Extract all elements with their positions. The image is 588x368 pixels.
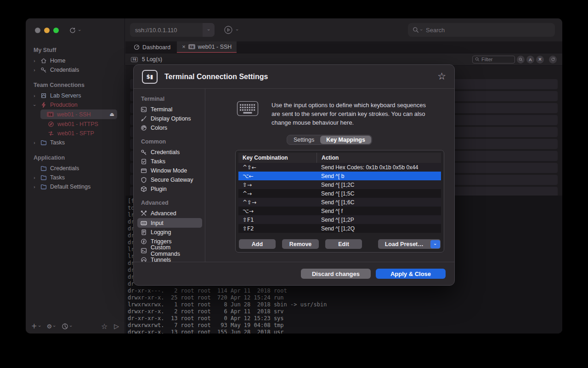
nav-item-display-options[interactable]: Display Options bbox=[141, 114, 201, 123]
connect-play-button[interactable] bbox=[224, 25, 233, 34]
key-combination: ⌥→ bbox=[238, 208, 317, 214]
search-icon bbox=[413, 27, 419, 33]
app-window: › My Stuff › Home › Credentials Team Con… bbox=[26, 18, 562, 334]
section-team-connections: Team Connections bbox=[34, 82, 124, 88]
settings-menu-button[interactable]: ⚙› bbox=[47, 323, 56, 330]
nav-item-secure-gateway[interactable]: Secure Gateway bbox=[141, 175, 201, 184]
action: Send Hex Codes: 0x1b 0x1b 0x5b 0x44 bbox=[317, 164, 441, 171]
sidebar-item-app-tasks[interactable]: › Tasks bbox=[26, 173, 124, 182]
table-row-selected[interactable]: ⌥←Send ^[ b bbox=[238, 172, 441, 180]
log-document-icon bbox=[141, 229, 147, 236]
sidebar-item-credentials[interactable]: › Credentials bbox=[26, 65, 124, 75]
eject-icon[interactable]: ⏏ bbox=[110, 111, 117, 117]
font-button[interactable]: A bbox=[526, 56, 534, 63]
tab-web01-ssh[interactable]: × $▮ web01 - SSH bbox=[177, 41, 237, 53]
nav-item-plugin[interactable]: Plugin bbox=[141, 184, 201, 194]
tab-dashboard[interactable]: Dashboard bbox=[127, 41, 177, 53]
terminal-line: lrwxrwxrwx. 1 root root 8 Jun 28 2018 sb… bbox=[128, 301, 562, 308]
nav-item-label: Advanced bbox=[151, 210, 176, 217]
chevron-down-icon: › bbox=[52, 325, 57, 327]
sidebar-item-default-settings[interactable]: › Default Settings bbox=[26, 182, 124, 191]
discard-changes-button[interactable]: Discard changes bbox=[301, 269, 371, 279]
sidebar-item-lab-servers[interactable]: › Lab Servers bbox=[26, 91, 124, 100]
address-value: ssh://10.0.1.110 bbox=[130, 23, 203, 37]
sidebar-item-tasks[interactable]: › Tasks bbox=[26, 138, 124, 147]
chevron-right-icon: › bbox=[34, 59, 35, 63]
keyboard-icon bbox=[237, 101, 259, 116]
remove-button[interactable]: Remove bbox=[282, 239, 319, 249]
dialog-header: $▮ Terminal Connection Settings ☆ bbox=[134, 65, 454, 89]
tab-label: Dashboard bbox=[142, 44, 170, 51]
nav-item-label: Window Mode bbox=[151, 167, 187, 174]
table-row[interactable]: ^⇧←Send Hex Codes: 0x1b 0x1b 0x5b 0x44 bbox=[238, 163, 441, 172]
nav-item-credentials[interactable]: Credentials bbox=[141, 148, 201, 157]
terminal-connection-settings-dialog: $▮ Terminal Connection Settings ☆ Termin… bbox=[133, 64, 455, 286]
key-combination: ^→ bbox=[238, 190, 317, 197]
address-field[interactable]: ssh://10.0.1.110 › bbox=[130, 23, 215, 37]
nav-item-window-mode[interactable]: Window Mode bbox=[141, 166, 201, 175]
chevron-down-icon: › bbox=[206, 29, 211, 31]
address-dropdown-button[interactable]: › bbox=[203, 23, 215, 37]
sidebar-item-home[interactable]: › Home bbox=[26, 56, 124, 65]
key-combination: ⇧→ bbox=[238, 182, 317, 188]
sidebar-item-label: Production bbox=[50, 102, 78, 108]
favorite-star-button[interactable]: ☆ bbox=[101, 322, 107, 331]
close-tab-icon[interactable]: × bbox=[182, 43, 186, 50]
connect-play-button[interactable]: ▷ bbox=[114, 322, 119, 330]
home-icon bbox=[40, 58, 47, 64]
favorite-star-button[interactable]: ☆ bbox=[437, 72, 446, 81]
table-row[interactable]: ⇧→Send ^[ [1;2C bbox=[238, 180, 441, 189]
nav-item-terminal[interactable]: Terminal bbox=[141, 105, 201, 114]
add-button[interactable]: Add bbox=[239, 239, 276, 249]
tab-settings[interactable]: Settings bbox=[288, 136, 320, 144]
tab-label: web01 - SSH bbox=[198, 44, 232, 50]
zoom-window-button[interactable] bbox=[53, 28, 59, 33]
apply-close-button[interactable]: Apply & Close bbox=[376, 269, 446, 279]
edit-button[interactable]: Edit bbox=[325, 239, 362, 249]
sidebar-item-web01-ssh[interactable]: $▮ web01 - SSH ⏏ bbox=[40, 109, 117, 119]
logs-toolbar: $▮ 5 Log(s) Filter A × bbox=[125, 53, 562, 66]
chevron-down-icon: › bbox=[68, 325, 73, 327]
sidebar-item-web01-sftp[interactable]: web01 - SFTP bbox=[26, 129, 124, 138]
column-key-combination: Key Combination bbox=[238, 155, 317, 161]
load-preset-dropdown[interactable]: › bbox=[430, 240, 440, 248]
minimize-window-button[interactable] bbox=[44, 28, 50, 33]
nav-item-custom-commands[interactable]: Custom Commands bbox=[141, 246, 201, 255]
nav-item-label: Terminal bbox=[151, 106, 172, 113]
input-description: Use the input options to define which ke… bbox=[271, 101, 436, 127]
chevron-down-icon: › bbox=[32, 104, 37, 106]
add-connection-button[interactable]: +› bbox=[31, 322, 40, 330]
close-window-button[interactable] bbox=[35, 28, 40, 33]
section-application: Application bbox=[34, 155, 124, 161]
load-preset-button[interactable]: Load Preset… › bbox=[378, 239, 441, 249]
table-row[interactable]: ^⇧→Send ^[ [1;6C bbox=[238, 198, 441, 207]
key-mappings-group: Key Combination Action ^⇧←Send Hex Codes… bbox=[235, 150, 444, 253]
nav-item-label: Tunnels bbox=[151, 257, 171, 262]
sync-status-button[interactable]: › bbox=[69, 27, 80, 34]
server-icon bbox=[40, 92, 47, 99]
sidebar-item-production[interactable]: › Production bbox=[26, 100, 124, 109]
nav-item-advanced[interactable]: Advanced bbox=[141, 209, 201, 218]
chevron-down-icon[interactable]: › bbox=[235, 29, 239, 31]
nav-item-colors[interactable]: Colors bbox=[141, 123, 201, 132]
sidebar-item-web01-https[interactable]: web01 - HTTPS bbox=[26, 120, 124, 129]
tab-key-mappings[interactable]: Key Mappings bbox=[320, 136, 371, 144]
filter-input[interactable]: Filter bbox=[472, 56, 515, 63]
table-row[interactable]: ^→Send ^[ [1;5C bbox=[238, 189, 441, 198]
nav-item-logging[interactable]: Logging bbox=[141, 228, 201, 237]
table-row[interactable]: ⇧F1Send ^[ [1;2P bbox=[238, 215, 441, 224]
refresh-button[interactable] bbox=[549, 56, 557, 63]
zoom-search-button[interactable] bbox=[517, 56, 525, 63]
table-row[interactable]: ⇧F2Send ^[ [1;2Q bbox=[238, 224, 441, 233]
sidebar-item-label: Credentials bbox=[50, 165, 79, 172]
connections-menu-button[interactable]: › bbox=[62, 323, 72, 330]
sidebar-item-label: Tasks bbox=[50, 174, 65, 181]
nav-item-input[interactable]: Input bbox=[137, 218, 202, 228]
clear-button[interactable]: × bbox=[536, 56, 544, 63]
table-row[interactable]: ⌥→Send ^[ f bbox=[238, 207, 441, 215]
sidebar-item-label: Lab Servers bbox=[50, 92, 81, 99]
sidebar-item-app-credentials[interactable]: Credentials bbox=[26, 164, 124, 173]
nav-item-tasks[interactable]: Tasks bbox=[141, 157, 201, 166]
terminal-icon: $▮ bbox=[142, 70, 158, 84]
search-field[interactable]: › Search bbox=[408, 23, 555, 37]
